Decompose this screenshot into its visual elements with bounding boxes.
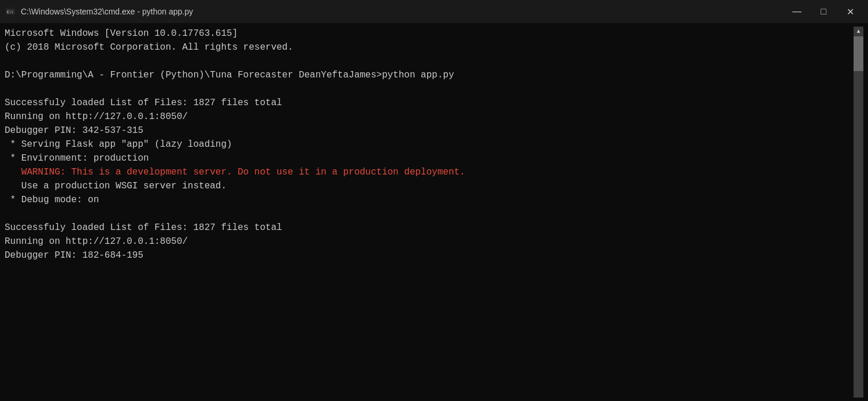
- terminal-line: Successfuly loaded List of Files: 1827 f…: [5, 96, 854, 110]
- terminal-line: Running on http://127.0.0.1:8050/: [5, 235, 854, 248]
- terminal-line: * Serving Flask app "app" (lazy loading): [5, 138, 854, 151]
- terminal-content: Microsoft Windows [Version 10.0.17763.61…: [5, 27, 854, 398]
- terminal-line: (c) 2018 Microsoft Corporation. All righ…: [5, 40, 854, 54]
- terminal-line: Use a production WSGI server instead.: [5, 179, 854, 193]
- close-button[interactable]: ✕: [837, 0, 863, 23]
- terminal-line: WARNING: This is a development server. D…: [5, 165, 854, 179]
- terminal-line: Debugger PIN: 182-684-195: [5, 248, 854, 262]
- scrollbar[interactable]: ▲: [854, 27, 863, 398]
- title-bar: C:\ C:\Windows\System32\cmd.exe - python…: [0, 0, 868, 23]
- svg-text:C:\: C:\: [7, 10, 14, 14]
- terminal-line: [5, 54, 854, 68]
- minimize-button[interactable]: —: [784, 0, 810, 23]
- terminal-line: * Debug mode: on: [5, 193, 854, 207]
- title-bar-text: C:\Windows\System32\cmd.exe - python app…: [21, 7, 784, 16]
- terminal-body: Microsoft Windows [Version 10.0.17763.61…: [0, 23, 868, 401]
- terminal-line: * Environment: production: [5, 151, 854, 165]
- terminal-line: [5, 82, 854, 96]
- terminal-line: Successfuly loaded List of Files: 1827 f…: [5, 221, 854, 235]
- terminal-line: Running on http://127.0.0.1:8050/: [5, 110, 854, 124]
- restore-button[interactable]: □: [810, 0, 837, 23]
- cmd-icon: C:\: [5, 6, 16, 17]
- terminal-line: [5, 207, 854, 221]
- terminal-line: Debugger PIN: 342-537-315: [5, 124, 854, 138]
- scrollbar-up-arrow[interactable]: ▲: [854, 27, 863, 36]
- terminal-line: Microsoft Windows [Version 10.0.17763.61…: [5, 27, 854, 40]
- scrollbar-thumb[interactable]: [854, 36, 863, 71]
- title-bar-controls: — □ ✕: [784, 0, 863, 23]
- cmd-window: C:\ C:\Windows\System32\cmd.exe - python…: [0, 0, 868, 401]
- terminal-line: D:\Programming\A - Frontier (Python)\Tun…: [5, 68, 854, 82]
